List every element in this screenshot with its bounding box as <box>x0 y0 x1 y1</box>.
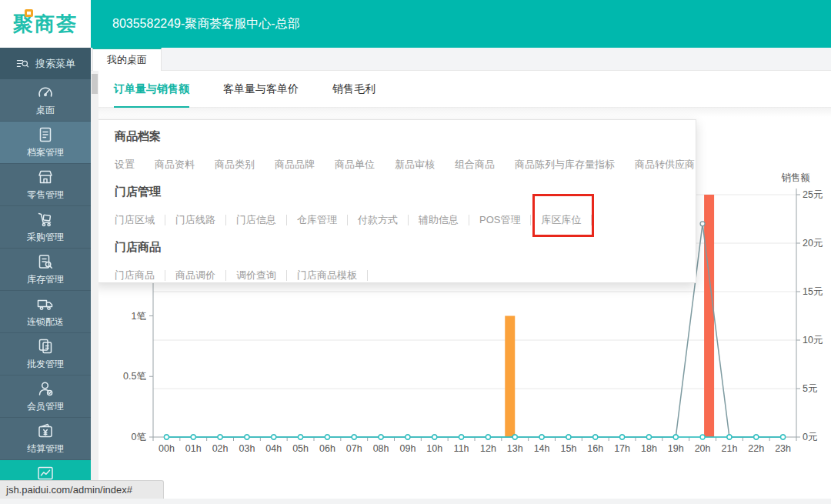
menu-item-付款方式[interactable]: 付款方式 <box>358 213 398 227</box>
menu-item-商品单位[interactable]: 商品单位 <box>335 158 375 172</box>
marker-line-teal-02h <box>218 435 222 439</box>
browser-status-bar: jsh.paidui.com/admin/index# <box>0 480 164 499</box>
window-bottom-edge <box>0 499 831 504</box>
x-axis-label: 01h <box>185 443 202 454</box>
x-axis-label: 10h <box>426 443 442 454</box>
marker-line-teal-14h <box>539 435 544 439</box>
sidebar-item-结算管理[interactable]: 结算管理 <box>0 418 91 460</box>
subtab-订单量与销售额[interactable]: 订单量与销售额 <box>114 82 189 108</box>
sidebar-item-库存管理[interactable]: 库存管理 <box>0 249 91 291</box>
x-axis-label: 11h <box>454 443 469 454</box>
sidebar-item-会员管理[interactable]: 会员管理 <box>0 375 91 418</box>
right-axis-title: 销售额 <box>781 172 810 183</box>
menu-item-商品类别[interactable]: 商品类别 <box>215 158 255 172</box>
marker-line-teal-23h <box>781 435 786 439</box>
menu-separator <box>286 215 287 225</box>
right-axis-label: 5元 <box>803 383 817 394</box>
marker-line-teal-13h <box>512 435 517 439</box>
menu-row: 门店区域门店线路门店信息仓库管理付款方式辅助信息POS管理库区库位 <box>115 212 696 228</box>
right-axis-label: 15元 <box>803 286 823 297</box>
right-axis-label: 25元 <box>803 189 823 200</box>
archive-icon <box>36 125 55 144</box>
wallet-icon <box>36 422 55 440</box>
menu-separator <box>225 215 226 225</box>
documents-icon <box>36 337 55 355</box>
menu-item-仓库管理[interactable]: 仓库管理 <box>297 213 337 227</box>
dashboard-subtabs: 订单量与销售额客单量与客单价销售毛利 <box>98 71 831 108</box>
menu-separator <box>469 215 469 225</box>
sidebar-item-批发管理[interactable]: 批发管理 <box>0 333 91 375</box>
left-axis-label: 0笔 <box>132 432 147 442</box>
x-axis-label: 13h <box>507 443 523 454</box>
sidebar: 搜索菜单 桌面档案管理零售管理采购管理库存管理连锁配送批发管理会员管理结算管理 <box>0 48 91 486</box>
left-axis-label: 1笔 <box>132 311 147 322</box>
sidebar-item-档案管理[interactable]: 档案管理 <box>0 122 91 164</box>
search-menu-button[interactable]: 搜索菜单 <box>0 48 91 79</box>
menu-item-调价查询[interactable]: 调价查询 <box>236 269 276 282</box>
x-axis-label: 07h <box>346 443 362 454</box>
tab-my-desktop[interactable]: 我的桌面 <box>92 48 162 71</box>
app-logo[interactable]: 聚商荟 <box>0 0 91 48</box>
menu-row: 门店商品商品调价调价查询门店商品模板 <box>115 268 696 283</box>
app-window: 聚商荟 8035582249-聚商荟客服中心-总部 我的桌面 搜索菜单 桌面档案… <box>0 0 831 504</box>
sidebar-item-连锁配送[interactable]: 连锁配送 <box>0 291 91 333</box>
menu-item-商品资料[interactable]: 商品资料 <box>155 158 195 172</box>
sidebar-item-label: 采购管理 <box>27 231 64 244</box>
menu-item-新品审核[interactable]: 新品审核 <box>395 158 435 172</box>
marker-line-teal-17h <box>620 435 625 439</box>
archive-dropdown-panel: 商品档案设置商品资料商品类别商品品牌商品单位新品审核组合商品商品陈列与库存量指标… <box>94 119 696 283</box>
marker-line-teal-08h <box>379 435 383 439</box>
menu-separator <box>408 215 409 225</box>
x-axis-label: 09h <box>399 443 416 454</box>
marker-line-teal-01h <box>191 435 195 439</box>
menu-item-商品转供应商[interactable]: 商品转供应商 <box>635 158 695 172</box>
subtab-销售毛利[interactable]: 销售毛利 <box>332 82 375 108</box>
subtab-客单量与客单价[interactable]: 客单量与客单价 <box>223 82 299 108</box>
menu-item-库区库位[interactable]: 库区库位 <box>541 213 581 227</box>
x-axis-label: 22h <box>748 443 764 454</box>
marker-line-teal-00h <box>164 435 169 439</box>
marker-line-teal-19h <box>673 435 678 439</box>
menu-item-设置[interactable]: 设置 <box>115 158 135 172</box>
menu-item-POS管理[interactable]: POS管理 <box>479 213 520 227</box>
menu-item-门店商品模板[interactable]: 门店商品模板 <box>297 269 357 282</box>
marker-line-teal-18h <box>646 435 651 439</box>
bar-bar-orange-13h <box>505 316 515 438</box>
x-axis-label: 14h <box>534 443 550 454</box>
marker-line-teal-16h <box>593 435 598 439</box>
sidebar-item-label: 会员管理 <box>27 400 64 413</box>
menu-item-辅助信息[interactable]: 辅助信息 <box>419 213 459 227</box>
menu-item-商品陈列与库存量指标[interactable]: 商品陈列与库存量指标 <box>515 158 615 172</box>
sidebar-item-label: 库存管理 <box>27 273 64 286</box>
logo-text: 聚商荟 <box>13 11 78 38</box>
x-axis-label: 20h <box>695 443 711 454</box>
sidebar-item-零售管理[interactable]: 零售管理 <box>0 164 91 206</box>
marker-line-teal-22h <box>754 435 759 439</box>
truck-icon <box>36 295 55 313</box>
x-axis-label: 06h <box>319 443 335 454</box>
marker-line-teal-06h <box>325 435 329 439</box>
x-axis-label: 08h <box>373 443 389 454</box>
menu-section-title: 商品档案 <box>115 129 696 145</box>
search-menu-label: 搜索菜单 <box>35 57 75 71</box>
sidebar-scrollbar[interactable] <box>91 71 98 486</box>
search-menu-icon <box>15 56 30 71</box>
x-axis-label: 23h <box>775 443 791 454</box>
menu-item-组合商品[interactable]: 组合商品 <box>455 158 495 172</box>
menu-item-商品品牌[interactable]: 商品品牌 <box>275 158 315 172</box>
marker-line-gray-20h <box>700 222 705 226</box>
menu-item-门店区域[interactable]: 门店区域 <box>115 213 155 227</box>
sidebar-item-桌面[interactable]: 桌面 <box>0 79 91 122</box>
menu-item-门店信息[interactable]: 门店信息 <box>236 213 276 227</box>
bar-bar-red-20h <box>704 195 714 437</box>
menu-item-门店线路[interactable]: 门店线路 <box>175 213 215 227</box>
marker-line-teal-09h <box>405 435 410 439</box>
marker-line-teal-10h <box>432 435 437 439</box>
sidebar-item-label: 零售管理 <box>27 189 64 202</box>
menu-item-门店商品[interactable]: 门店商品 <box>115 269 155 282</box>
sidebar-item-采购管理[interactable]: 采购管理 <box>0 206 91 249</box>
right-axis-label: 20元 <box>803 238 823 249</box>
scrollbar-thumb[interactable] <box>92 74 98 94</box>
right-axis-label: 0元 <box>803 432 817 442</box>
menu-item-商品调价[interactable]: 商品调价 <box>175 269 215 282</box>
